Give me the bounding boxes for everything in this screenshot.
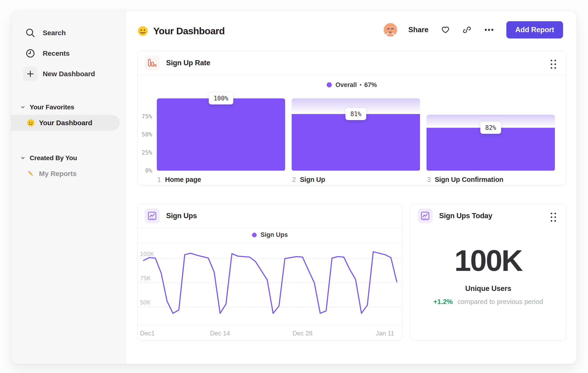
add-report-button[interactable]: Add Report [506,21,563,39]
app-window: Search Recents New Dashboard [11,11,577,364]
line-chart-svg [138,243,402,325]
line-plot [138,243,402,325]
funnel-step-order: 1 [157,176,161,183]
funnel-step-label: 1 Home page [157,176,201,183]
line-chart-icon [145,208,160,223]
funnel-step-order: 2 [292,176,296,183]
sign-ups-line-series [144,252,397,313]
page: Search Recents New Dashboard [0,0,588,373]
section-header-your-favorites[interactable]: Your Favorites [11,101,126,114]
delta-caption: compared to previous period [457,298,543,305]
funnel-bar-value-badge: 81% [346,108,366,120]
sidebar-item-your-dashboard[interactable]: Your Dashboard [11,115,120,131]
sidebar-item-label: New Dashboard [43,70,95,78]
funnel-y-tick-label: 0% [138,167,152,174]
sidebar-item-my-reports[interactable]: My Reports [11,166,120,181]
legend-label: Sign Ups [260,231,288,239]
funnel-y-tick-label: 50% [138,131,152,138]
metric-value: 100K [411,246,566,276]
legend-dot [252,233,257,237]
line-x-tick-label: Dec 28 [293,330,313,337]
funnel-y-tick-label: 25% [138,149,152,156]
sidebar-item-label: Your Dashboard [39,119,92,127]
funnel-bar-solid [427,128,555,171]
search-icon [23,26,38,40]
chevron-down-icon [20,105,25,110]
copy-link-icon[interactable] [462,25,471,34]
metric-delta-row: +1.2% compared to previous period [411,298,566,306]
page-title: Your Dashboard [153,26,225,37]
sidebar-item-label: Search [43,29,66,37]
line-y-tick-label: 50K [140,299,151,306]
card-header: Sign Ups [138,204,402,228]
funnel-bar-value-badge: 82% [480,122,501,134]
dashboard-emoji-icon [137,26,148,36]
favorite-heart-icon[interactable] [441,25,450,34]
line-y-tick-label: 75K [140,275,151,282]
line-x-axis: Dec1Dec 14Dec 28Jan 11 [138,325,402,340]
section-title: Your Favorites [30,103,74,111]
funnel-bar-solid [292,114,420,171]
plus-icon [23,67,38,81]
funnel-step-name: Sign Up [300,176,325,183]
funnel-bar[interactable]: 81% 2 Sign Up [292,51,420,186]
card-sign-up-rate: Sign Up Rate Overall • 67% 75%50%25%0% 1… [137,50,566,186]
line-x-tick-label: Dec1 [140,330,155,337]
funnel-step-label: 3 Sign Up Confirmation [427,176,503,183]
line-y-tick-label: 100K [140,250,154,257]
sidebar-item-new-dashboard[interactable]: New Dashboard [11,64,126,84]
card-header: Sign Ups Today [411,204,566,228]
sidebar: Search Recents New Dashboard [11,11,126,364]
funnel-bar-solid [157,98,285,171]
line-legend: Sign Ups [138,227,402,243]
funnel-bar[interactable]: 82% 3 Sign Up Confirmation [427,51,555,186]
section-header-created-by-you[interactable]: Created By You [11,151,126,165]
line-chart-icon [418,208,433,223]
sidebar-item-label: My Reports [39,170,76,178]
line-x-tick-label: Jan 11 [376,330,394,337]
funnel-bar-value-badge: 100% [209,92,233,104]
delta-value: +1.2% [433,298,453,305]
card-title: Sign Ups [166,212,197,220]
funnel-step-label: 2 Sign Up [292,176,325,183]
funnel-plot: 75%50%25%0% 100% 1 Home page 81% 2 Sign … [138,51,566,185]
sidebar-section-created-by-you: Created By You My Reports [11,151,126,181]
share-button[interactable]: Share [408,26,428,34]
card-sign-ups: Sign Ups Sign Ups 100K75K50K Dec1Dec 14D… [137,203,402,341]
page-title-group: Your Dashboard [137,23,225,40]
funnel-step-order: 3 [427,176,431,183]
pencil-emoji-icon [27,170,35,178]
sidebar-item-label: Recents [43,50,70,57]
sidebar-nav: Search Recents New Dashboard [11,11,126,84]
avatar[interactable] [384,23,397,37]
funnel-y-tick-label: 75% [138,113,152,120]
drag-handle-icon[interactable] [551,213,556,222]
metric-label: Unique Users [411,284,566,293]
header-actions: Share Add Report [384,21,563,39]
card-sign-ups-today: Sign Ups Today 100K Unique Users +1.2% c… [410,203,566,341]
section-title: Created By You [30,154,77,162]
card-title: Sign Ups Today [439,212,492,220]
funnel-step-name: Home page [165,176,201,183]
smiley-emoji-icon [27,119,35,127]
chevron-down-icon [20,155,25,161]
more-options-icon[interactable] [484,25,494,34]
line-x-tick-label: Dec 14 [210,330,230,337]
funnel-step-name: Sign Up Confirmation [435,176,503,183]
sidebar-section-favorites: Your Favorites Your Dashboard [11,101,126,131]
sidebar-item-recents[interactable]: Recents [11,43,126,64]
funnel-bar[interactable]: 100% 1 Home page [157,51,285,186]
clock-icon [23,46,38,60]
sidebar-item-search[interactable]: Search [11,23,126,43]
